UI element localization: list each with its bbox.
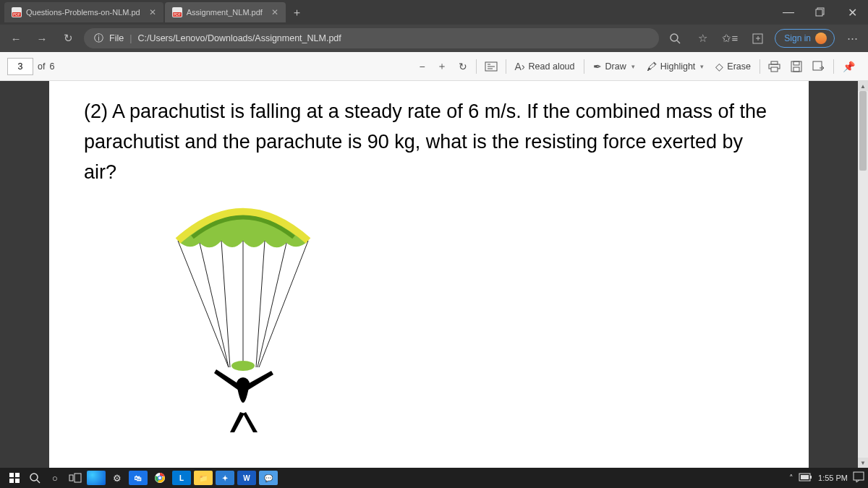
svg-point-25: [231, 361, 255, 371]
chevron-down-icon: ▾: [700, 63, 704, 70]
new-tab-button[interactable]: ＋: [287, 6, 307, 20]
erase-label: Erase: [727, 61, 751, 72]
minimize-button[interactable]: —: [773, 0, 804, 25]
svg-rect-33: [69, 475, 73, 481]
taskbar-clock[interactable]: 1:55 PM: [818, 474, 848, 482]
taskbar-app-edge[interactable]: [87, 471, 106, 485]
notifications-button[interactable]: [854, 472, 864, 484]
zoom-out-button[interactable]: −: [413, 56, 430, 77]
question-text: (2) A parachutist is falling at a steady…: [84, 97, 774, 188]
search-icon[interactable]: [665, 28, 685, 48]
erase-button[interactable]: ◇ Erase: [710, 56, 757, 77]
tab-label: Assignment_NLM.pdf: [187, 8, 263, 17]
svg-rect-27: [9, 473, 14, 477]
browser-tab-strip: Questions-Problems-on-NLM.pd ✕ Assignmen…: [0, 0, 868, 25]
taskbar-app-chrome[interactable]: [150, 471, 169, 485]
svg-point-31: [30, 474, 38, 481]
svg-line-3: [677, 40, 680, 43]
restore-button[interactable]: [804, 0, 836, 25]
taskbar-app-explorer[interactable]: 📁: [194, 471, 213, 485]
separator: [584, 59, 584, 74]
svg-line-20: [221, 241, 230, 367]
close-tab-icon[interactable]: ✕: [149, 7, 156, 17]
scheme-label: File: [109, 33, 124, 43]
svg-rect-17: [813, 61, 822, 70]
tab-questions-problems[interactable]: Questions-Problems-on-NLM.pd ✕: [4, 2, 163, 22]
tab-label: Questions-Problems-on-NLM.pd: [26, 8, 140, 17]
taskbar-app-store[interactable]: 🛍: [129, 471, 148, 485]
svg-rect-14: [791, 61, 801, 72]
taskbar-app-word[interactable]: W: [237, 471, 256, 485]
taskbar-app-generic-l[interactable]: L: [172, 471, 191, 485]
task-view-button[interactable]: [65, 468, 85, 488]
svg-rect-30: [15, 479, 20, 483]
svg-rect-16: [793, 67, 799, 72]
forward-button[interactable]: →: [32, 28, 52, 48]
taskbar-app-generic[interactable]: ✦: [216, 471, 234, 485]
scroll-thumb[interactable]: [859, 91, 867, 171]
back-button[interactable]: ←: [6, 28, 26, 48]
svg-line-23: [258, 243, 286, 367]
refresh-button[interactable]: ↻: [58, 28, 78, 48]
cortana-button[interactable]: ○: [45, 468, 65, 488]
vertical-scrollbar[interactable]: ▲ ▼: [858, 81, 868, 468]
favorites-list-icon[interactable]: ✩≡: [720, 28, 740, 48]
tab-assignment-nlm[interactable]: Assignment_NLM.pdf ✕: [165, 2, 286, 22]
sign-in-button[interactable]: Sign in: [775, 29, 835, 48]
pin-toolbar-button[interactable]: 📌: [837, 56, 861, 77]
close-tab-icon[interactable]: ✕: [271, 7, 278, 17]
parachutist-illustration: [135, 201, 352, 432]
highlight-button[interactable]: 🖍 Highlight ▾: [641, 56, 710, 77]
svg-point-37: [158, 476, 161, 479]
read-aloud-button[interactable]: A› Read aloud: [509, 56, 581, 77]
windows-taskbar: ○ ⚙ 🛍 L 📁 ✦ W 💬 ˄ 1:55 PM: [0, 468, 868, 488]
taskbar-app-chat[interactable]: 💬: [259, 471, 278, 485]
avatar-icon: [815, 33, 827, 44]
svg-rect-29: [9, 479, 14, 483]
separator: |: [129, 33, 132, 43]
pdf-toolbar: of 6 − ＋ ↻ A› Read aloud ✒ Draw ▾ 🖍 High…: [0, 52, 868, 81]
taskbar-app-settings[interactable]: ⚙: [107, 468, 127, 488]
page-total: 6: [49, 61, 54, 72]
rotate-button[interactable]: ↻: [453, 56, 473, 77]
page-number-input[interactable]: [7, 58, 33, 75]
svg-rect-1: [816, 9, 822, 16]
separator: [833, 59, 834, 74]
scroll-down-button[interactable]: ▼: [858, 458, 868, 468]
scroll-up-button[interactable]: ▲: [858, 81, 868, 91]
address-bar[interactable]: ⓘ File | C:/Users/Lenovo/Downloads/Assig…: [84, 28, 659, 48]
svg-rect-13: [771, 67, 778, 72]
more-menu-button[interactable]: ⋯: [842, 28, 862, 48]
eraser-icon: ◇: [715, 61, 723, 72]
sign-in-label: Sign in: [784, 33, 811, 43]
pdf-viewport[interactable]: (2) A parachutist is falling at a steady…: [0, 81, 858, 468]
pdf-icon: [12, 7, 22, 17]
draw-button[interactable]: ✒ Draw ▾: [587, 56, 641, 77]
favorite-icon[interactable]: ☆: [692, 28, 712, 48]
read-aloud-icon: A›: [515, 61, 525, 72]
url-path: C:/Users/Lenovo/Downloads/Assignment_NLM…: [137, 33, 341, 43]
svg-rect-34: [75, 474, 81, 482]
zoom-in-button[interactable]: ＋: [431, 56, 453, 77]
chevron-down-icon: ▾: [631, 63, 635, 70]
collections-icon[interactable]: [747, 28, 767, 48]
print-button[interactable]: [763, 56, 786, 77]
save-button[interactable]: [786, 56, 807, 77]
page-sep-label: of: [38, 61, 45, 72]
svg-point-2: [671, 34, 678, 41]
save-as-button[interactable]: [807, 56, 830, 77]
pdf-icon: [172, 7, 182, 17]
separator: [760, 59, 760, 74]
close-window-button[interactable]: ✕: [836, 0, 868, 25]
taskbar-search-button[interactable]: [25, 468, 45, 488]
read-aloud-label: Read aloud: [529, 61, 575, 72]
start-button[interactable]: [4, 468, 25, 488]
svg-line-22: [256, 241, 265, 367]
svg-rect-11: [771, 61, 778, 64]
separator: [476, 59, 477, 74]
fit-page-button[interactable]: [480, 56, 503, 77]
system-tray: ˄ 1:55 PM: [789, 472, 864, 484]
svg-rect-15: [793, 61, 799, 65]
tray-chevron-up-icon[interactable]: ˄: [789, 474, 793, 483]
battery-icon[interactable]: [799, 474, 812, 482]
